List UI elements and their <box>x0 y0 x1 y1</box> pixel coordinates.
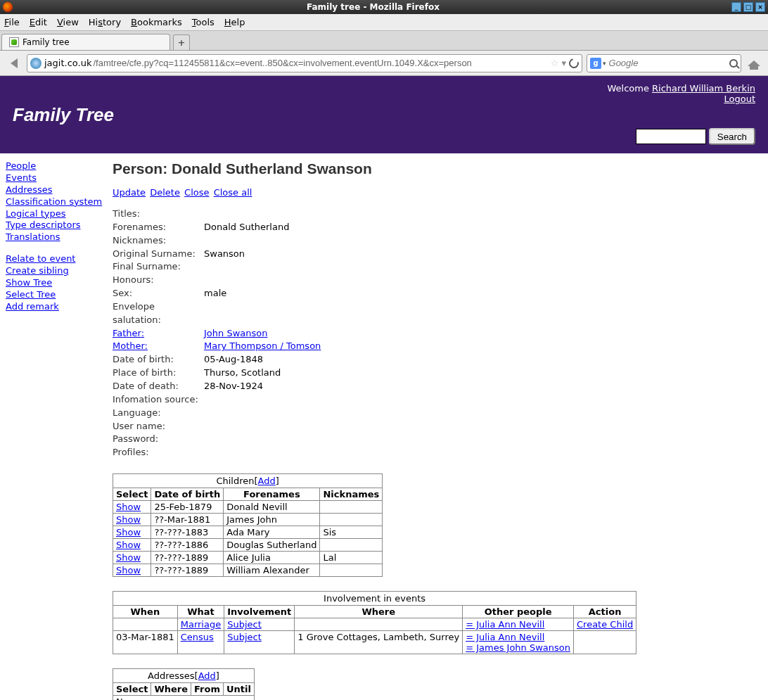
event-action-link[interactable]: Create Child <box>577 619 633 630</box>
navigation-toolbar: jagit.co.uk ☆ ▾ g ▾ <box>0 51 768 76</box>
event-involvement-link[interactable]: Subject <box>227 619 262 630</box>
menu-edit[interactable]: Edit <box>30 17 47 27</box>
person-link[interactable]: = Julia Ann Nevill <box>466 619 544 630</box>
search-input[interactable] <box>608 57 729 69</box>
nav-select-tree[interactable]: Select Tree <box>6 289 107 301</box>
action-update[interactable]: Update <box>113 187 146 198</box>
child-show-link[interactable]: Show <box>116 514 141 525</box>
nav-add-remark[interactable]: Add remark <box>6 301 107 313</box>
child-forenames: Douglas Sutherland <box>224 539 320 552</box>
tab-label: Family tree <box>23 37 70 47</box>
close-button[interactable]: × <box>755 2 765 12</box>
event-where <box>295 618 463 631</box>
label-mother-link[interactable]: Mother: <box>113 341 148 351</box>
event-what-link[interactable]: Census <box>181 632 214 642</box>
events-header-action: Action <box>574 606 636 618</box>
events-caption: Involvement in events <box>113 591 636 605</box>
menu-tools[interactable]: Tools <box>192 17 215 27</box>
label-father-link[interactable]: Father: <box>113 328 144 338</box>
menu-view[interactable]: View <box>57 17 79 27</box>
logout-link[interactable]: Logout <box>724 94 755 104</box>
maximize-button[interactable]: □ <box>743 2 753 12</box>
event-action <box>574 631 636 654</box>
nav-create-sibling[interactable]: Create sibling <box>6 265 107 277</box>
nav-classification[interactable]: Classification system <box>6 196 107 208</box>
value-mother-link[interactable]: Mary Thompson / Tomson <box>204 340 321 353</box>
children-add-link[interactable]: Add <box>258 476 276 486</box>
value-sex: male <box>204 287 226 300</box>
child-nickname: Sis <box>320 526 383 539</box>
child-forenames: Donald Nevill <box>224 501 320 514</box>
child-dob: ??-Mar-1881 <box>151 514 224 526</box>
reload-icon[interactable] <box>567 56 580 70</box>
new-tab-button[interactable]: + <box>173 34 190 50</box>
label-titles: Titles: <box>113 208 204 221</box>
table-row: Show??-???-1889William Alexander <box>113 564 383 577</box>
url-input[interactable] <box>91 57 550 69</box>
browser-tab[interactable]: Family tree <box>1 34 170 50</box>
nav-translations[interactable]: Translations <box>6 231 107 243</box>
events-header-people: Other people <box>463 606 574 618</box>
person-link[interactable]: = Julia Ann Nevill <box>466 632 544 642</box>
nav-relate-event[interactable]: Relate to event <box>6 253 107 265</box>
child-dob: ??-???-1883 <box>151 526 224 539</box>
site-search-button[interactable]: Search <box>709 128 755 145</box>
children-table: Children[Add] Select Date of birth Foren… <box>113 473 383 577</box>
table-row: Show??-Mar-1881James John <box>113 514 383 526</box>
table-row: MarriageSubject= Julia Ann NevillCreate … <box>113 618 636 631</box>
value-father-link[interactable]: John Swanson <box>204 327 267 341</box>
nav-type-descriptors[interactable]: Type descriptors <box>6 219 107 231</box>
value-dob: 05-Aug-1848 <box>204 353 263 367</box>
bookmark-star-icon[interactable]: ☆ <box>551 58 559 68</box>
events-table: Involvement in events When What Involvem… <box>113 591 636 654</box>
action-close[interactable]: Close <box>184 187 209 198</box>
minimize-button[interactable]: _ <box>731 2 741 12</box>
event-involvement-link[interactable]: Subject <box>227 632 262 642</box>
addresses-add-link[interactable]: Add <box>198 670 216 681</box>
user-link[interactable]: Richard William Berkin <box>652 83 755 94</box>
content-viewport[interactable]: Welcome Richard William Berkin Logout Fa… <box>0 76 768 700</box>
site-search: Search <box>636 128 755 145</box>
action-delete[interactable]: Delete <box>150 187 180 198</box>
page-title: Person: Donald Sutherland Swanson <box>113 160 761 177</box>
children-caption: Children[Add] <box>113 473 383 488</box>
nav-events[interactable]: Events <box>6 172 107 184</box>
menu-history[interactable]: History <box>89 17 121 27</box>
nav-show-tree[interactable]: Show Tree <box>6 277 107 289</box>
menu-bookmarks[interactable]: Bookmarks <box>131 17 182 27</box>
table-row: 03-Mar-1881CensusSubject1 Grove Cottages… <box>113 631 636 654</box>
dropdown-icon[interactable]: ▾ <box>561 58 566 68</box>
site-header: Welcome Richard William Berkin Logout Fa… <box>0 76 768 153</box>
menu-help[interactable]: Help <box>224 17 245 27</box>
person-link[interactable]: = James John Swanson <box>466 642 570 653</box>
child-show-link[interactable]: Show <box>116 527 141 537</box>
nav-people[interactable]: People <box>6 160 107 172</box>
child-show-link[interactable]: Show <box>116 565 141 575</box>
label-password: Password: <box>113 433 204 446</box>
nav-addresses[interactable]: Addresses <box>6 184 107 196</box>
tab-favicon <box>9 37 19 47</box>
addresses-empty: None <box>113 696 255 700</box>
child-forenames: William Alexander <box>224 564 320 577</box>
home-button[interactable] <box>745 55 762 72</box>
child-dob: ??-???-1889 <box>151 552 224 564</box>
action-close-all[interactable]: Close all <box>214 187 252 198</box>
nav-logical-types[interactable]: Logical types <box>6 208 107 220</box>
label-dod: Date of death: <box>113 380 204 393</box>
event-what-link[interactable]: Marriage <box>181 619 221 630</box>
child-show-link[interactable]: Show <box>116 552 141 563</box>
child-show-link[interactable]: Show <box>116 540 141 550</box>
label-dob: Date of birth: <box>113 353 204 367</box>
children-header-nicknames: Nicknames <box>320 488 383 501</box>
back-button[interactable] <box>6 55 23 72</box>
child-show-link[interactable]: Show <box>116 502 141 512</box>
addresses-header-from: From <box>191 683 224 696</box>
window-title: Family tree - Mozilla Firefox <box>17 2 729 12</box>
child-nickname: Lal <box>320 552 383 564</box>
engine-dropdown-icon[interactable]: ▾ <box>603 60 606 67</box>
menu-file[interactable]: File <box>4 17 20 27</box>
site-search-input[interactable] <box>636 129 706 144</box>
search-icon[interactable] <box>729 59 738 68</box>
search-box[interactable]: g ▾ <box>587 54 741 72</box>
url-bar[interactable]: jagit.co.uk ☆ ▾ <box>27 54 582 72</box>
